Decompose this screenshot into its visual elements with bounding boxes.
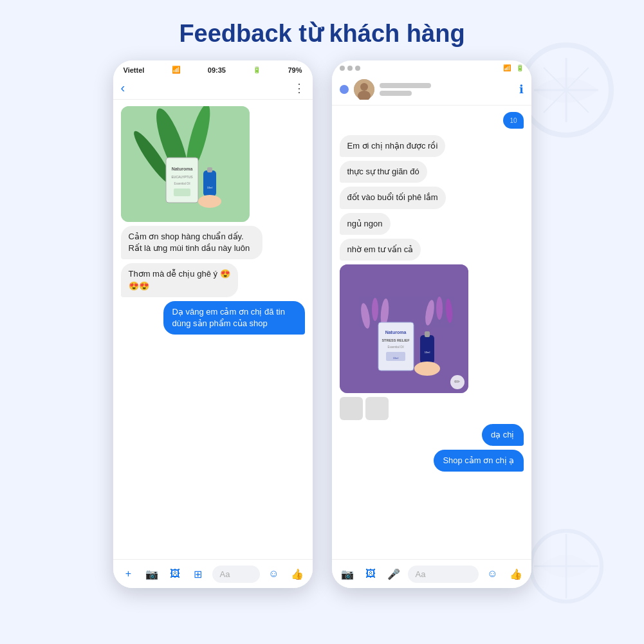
phone2-chat-area: 10 Em ơi chị nhận được rồi thực sự thư g…: [332, 106, 531, 559]
phone1-product-image: Naturoma EUCALYPTUS Essential Oil 10ml: [121, 106, 250, 222]
phone1: Viettel 📶 09:35 🔋 79% ‹ ⋮: [113, 60, 313, 588]
svg-text:10ml: 10ml: [392, 356, 398, 360]
phone1-msg-header: ‹ ⋮: [113, 77, 313, 100]
phone2-dot3: [355, 66, 360, 71]
svg-point-20: [198, 195, 221, 208]
phone2-sent-1: dạ chị: [482, 424, 524, 446]
svg-rect-38: [425, 331, 430, 337]
phone2-name-bar1: [380, 83, 431, 88]
phone2-edit-icon[interactable]: ✏: [450, 375, 465, 389]
svg-point-22: [360, 83, 368, 91]
phone2-avatar: [354, 79, 374, 100]
phone2-dot2: [347, 66, 353, 71]
phone2-info-button[interactable]: ℹ: [519, 82, 524, 97]
phone2-sent-2: Shop cảm ơn chị ạ: [434, 450, 523, 472]
phone1-msg-sent: Dạ vâng em cảm ơn chị đã tin dùng sản ph…: [163, 301, 305, 335]
svg-rect-16: [174, 189, 190, 196]
phone2-input-bar: 📷 🖼 🎤 Aa ☺ 👍: [332, 559, 531, 588]
svg-text:EUCALYPTUS: EUCALYPTUS: [171, 175, 193, 179]
phone1-placeholder: Aa: [220, 569, 230, 579]
svg-text:Essential Oil: Essential Oil: [174, 182, 190, 185]
phone1-gallery-icon[interactable]: 🖼: [166, 565, 184, 583]
phones-container: Viettel 📶 09:35 🔋 79% ‹ ⋮: [0, 60, 644, 588]
svg-point-40: [414, 362, 440, 376]
phone1-camera-icon[interactable]: 📷: [143, 565, 161, 583]
phone1-wifi-icon: 📶: [172, 66, 181, 74]
svg-point-26: [372, 298, 378, 321]
phone1-add-button[interactable]: +: [120, 565, 138, 583]
svg-text:Naturoma: Naturoma: [171, 167, 192, 171]
phone2-thumb-row: [340, 397, 389, 420]
phone1-battery: 79%: [288, 66, 302, 74]
phone2-gallery-icon[interactable]: 🖼: [362, 565, 380, 583]
phone1-like-icon[interactable]: 👍: [288, 565, 306, 583]
svg-point-29: [436, 297, 443, 320]
phone1-chat-area: Naturoma EUCALYPTUS Essential Oil 10ml C…: [113, 100, 313, 559]
phone1-text-input[interactable]: Aa: [212, 566, 260, 583]
phone2-dot1: [340, 66, 345, 71]
phone2-msg-1: Em ơi chị nhận được rồi: [340, 135, 446, 157]
phone2-msg-2: thực sự thư giãn đó: [340, 161, 427, 183]
phone2-placeholder: Aa: [416, 569, 426, 579]
svg-rect-18: [207, 167, 212, 172]
phone1-msg-1: Cảm ơn shop hàng chuẩn dấy. Rất là ưng m…: [121, 226, 262, 259]
phone2-thumb1: [340, 397, 363, 420]
svg-text:STRESS RELIEF: STRESS RELIEF: [382, 338, 410, 342]
phone1-time: 09:35: [208, 66, 226, 74]
phone1-battery-icon: 🔋: [253, 66, 261, 73]
phone1-grid-icon[interactable]: ⊞: [189, 565, 207, 583]
svg-rect-17: [203, 170, 216, 196]
phone1-back-button[interactable]: ‹: [121, 80, 125, 95]
phone1-more-button[interactable]: ⋮: [293, 81, 305, 95]
phone2-status-bar: 📶 🔋: [332, 60, 531, 74]
phone2-name-bar2: [380, 91, 412, 96]
phone2-like-icon[interactable]: 👍: [507, 565, 525, 583]
phone2-prev-msg: 10: [503, 112, 523, 129]
phone2-back-icon[interactable]: [340, 85, 349, 94]
phone2-name-container: [380, 83, 514, 96]
phone2-header: ℹ: [332, 74, 531, 106]
svg-rect-37: [420, 335, 434, 363]
phone1-input-bar: + 📷 🖼 ⊞ Aa ☺ 👍: [113, 559, 313, 588]
phone1-status-bar: Viettel 📶 09:35 🔋 79%: [113, 60, 313, 77]
svg-text:Naturoma: Naturoma: [385, 330, 406, 335]
phone1-emoji-icon[interactable]: ☺: [265, 565, 283, 583]
phone2-msg-3: đốt vào buổi tối phê lắm: [340, 187, 446, 208]
phone2-thumb2: [365, 397, 389, 420]
phone2: 📶 🔋 ℹ 10 Em ơi chị nhận được rồi thực sự…: [332, 60, 531, 588]
phone2-camera-icon[interactable]: 📷: [338, 565, 356, 583]
svg-text:10ml: 10ml: [207, 186, 212, 189]
phone1-msg-2: Thơm mà dễ chịu ghê ý 😍😍😍: [121, 263, 238, 297]
phone2-battery-icon: 🔋: [516, 64, 524, 71]
phone2-emoji-icon[interactable]: ☺: [484, 565, 502, 583]
phone2-product-image: Naturoma STRESS RELIEF Essential Oil 10m…: [340, 264, 468, 393]
phone2-msg-4: ngủ ngon: [340, 213, 391, 235]
phone2-wifi-icon: 📶: [503, 64, 511, 71]
phone2-image-container: Naturoma STRESS RELIEF Essential Oil 10m…: [340, 264, 468, 393]
phone2-msg-5: nhờ em tư vấn cả: [340, 239, 421, 261]
page-title: Feedback từ khách hàng: [0, 0, 644, 60]
svg-text:10ml: 10ml: [424, 351, 430, 354]
phone2-mic-icon[interactable]: 🎤: [385, 565, 403, 583]
phone1-carrier: Viettel: [124, 66, 145, 74]
phone2-text-input[interactable]: Aa: [408, 566, 479, 583]
svg-text:Essential Oil: Essential Oil: [387, 345, 403, 349]
